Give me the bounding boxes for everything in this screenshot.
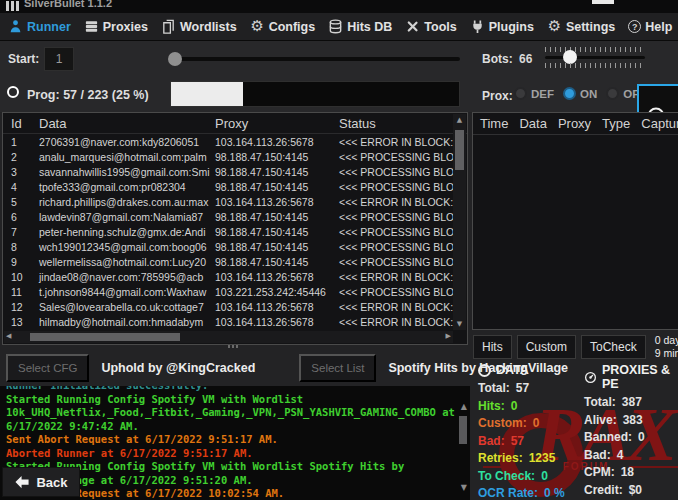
bots-slider[interactable] xyxy=(545,56,645,59)
cell-status: <<< ERROR IN BLOCK: R xyxy=(335,316,453,328)
table-row[interactable]: 11 t.johnson9844@gmail.com:Waxhaw 103.22… xyxy=(3,284,467,299)
start-input[interactable]: 1 xyxy=(44,47,74,71)
stat-value: $0 xyxy=(629,483,642,497)
menu-item-plugins[interactable]: Plugins xyxy=(470,19,534,34)
proxies-stats: PROXIES & PE Total: 387 Alive: 383 Ba xyxy=(584,363,678,500)
stat-value: 0 xyxy=(511,399,518,413)
cell-data: 2706391@naver.com:kdy8206051 xyxy=(33,136,211,148)
table-row[interactable]: 10 jindae08@naver.com:785995@acb 103.164… xyxy=(3,269,467,284)
select-list-button[interactable]: Select List xyxy=(299,354,376,382)
tab-hits[interactable]: Hits xyxy=(473,335,512,359)
back-button[interactable]: Back xyxy=(2,467,80,497)
stat-label: To Check: xyxy=(478,469,535,483)
col-header-data[interactable]: Data xyxy=(519,116,546,131)
scroll-down-icon[interactable]: ▼ xyxy=(453,320,466,328)
log-scroll-down-icon[interactable]: ▼ xyxy=(461,483,467,492)
menu-item-wordlists[interactable]: Wordlists xyxy=(161,19,237,34)
proxy-mode-on[interactable]: ON xyxy=(563,87,597,100)
cell-proxy: 98.188.47.150:4145 xyxy=(211,241,335,253)
table-row[interactable]: 3 savannahwillis1995@gmail.com:Smi 98.18… xyxy=(3,164,467,179)
cell-id: 4 xyxy=(3,181,33,193)
menu-item-proxies[interactable]: Proxies xyxy=(84,19,148,34)
stat-row: Hits: 0 xyxy=(478,399,580,413)
cell-id: 5 xyxy=(3,196,33,208)
stat-label: Total: xyxy=(478,381,510,395)
table-row[interactable]: 2 analu_marquesi@hotmail.com:palm 98.188… xyxy=(3,149,467,164)
cell-status: <<< PROCESSING BLOCK xyxy=(335,211,453,223)
data-ring-icon xyxy=(478,364,491,377)
col-header-time[interactable]: Time xyxy=(480,116,508,131)
log-scroll-up-icon[interactable]: ▲ xyxy=(461,402,467,411)
col-header-proxy[interactable]: Proxy xyxy=(558,116,591,131)
data-stats-header: DATA xyxy=(478,363,580,377)
cell-id: 10 xyxy=(3,271,33,283)
radio-icon xyxy=(563,87,576,100)
menu-item-configs[interactable]: ⚙ Configs xyxy=(250,19,316,34)
table-row[interactable]: 7 peter-henning.schulz@gmx.de:Andi 98.18… xyxy=(3,224,467,239)
table-row[interactable]: 5 richard.phillips@drakes.com.au:max 103… xyxy=(3,194,467,209)
cell-id: 11 xyxy=(3,286,33,298)
col-header-id[interactable]: Id xyxy=(3,116,33,131)
menu-item-label: Tools xyxy=(424,20,456,34)
scroll-left-icon[interactable]: ◀ xyxy=(6,332,11,340)
bots-slider-thumb[interactable] xyxy=(563,50,577,64)
select-cfg-button[interactable]: Select CFG xyxy=(6,354,89,382)
scroll-up-icon[interactable]: ▲ xyxy=(453,116,466,124)
tab-custom[interactable]: Custom xyxy=(517,335,576,359)
menu-item-runner[interactable]: Runner xyxy=(8,19,71,34)
table-row[interactable]: 8 wch199012345@gmail.com:boog06 98.188.4… xyxy=(3,239,467,254)
radio-label: ON xyxy=(580,88,597,100)
col-header-status[interactable]: Status xyxy=(335,116,453,131)
stat-label: CPM: xyxy=(584,465,615,479)
scroll-right-icon[interactable]: ▶ xyxy=(446,332,451,340)
menu-item-hits-db[interactable]: Hits DB xyxy=(328,19,392,34)
stat-row: Total: 387 xyxy=(584,395,678,409)
col-header-type[interactable]: Type xyxy=(602,116,630,131)
proxy-mode-def[interactable]: DEF xyxy=(514,87,554,100)
menu-bar: Runner Proxies Wordlists ⚙ Configs Hits … xyxy=(0,13,678,41)
minimize-button[interactable] xyxy=(592,0,614,4)
table-row[interactable]: 9 wellermelissa@hotmail.com:Lucy20 98.18… xyxy=(3,254,467,269)
col-header-proxy[interactable]: Proxy xyxy=(211,116,335,131)
horizontal-scrollbar[interactable]: ◀ ▶ xyxy=(4,331,453,343)
cell-status: <<< PROCESSING BLOCK xyxy=(335,181,453,193)
cell-proxy: 103.164.113.26:5678 xyxy=(211,316,335,328)
stat-label: Credit: xyxy=(584,483,623,497)
vertical-scrollbar-thumb[interactable] xyxy=(455,130,464,170)
table-row[interactable]: 6 lawdevin87@gmail.com:Nalamia87 98.188.… xyxy=(3,209,467,224)
radio-icon xyxy=(606,87,619,100)
splitter-grip[interactable] xyxy=(228,345,238,348)
stat-label: Bad: xyxy=(478,434,505,448)
stat-label: Retries: xyxy=(478,451,523,465)
menu-item-tools[interactable]: Tools xyxy=(405,19,456,34)
start-label: Start: xyxy=(8,52,39,66)
start-slider[interactable] xyxy=(170,57,460,61)
horizontal-scrollbar-thumb[interactable] xyxy=(30,333,180,341)
table-row[interactable]: 12 Sales@lovearabella.co.uk:cottage7 103… xyxy=(3,299,467,314)
cell-proxy: 98.188.47.150:4145 xyxy=(211,181,335,193)
vertical-scrollbar[interactable]: ▲ ▼ xyxy=(453,114,466,330)
menu-item-help[interactable]: ? Help xyxy=(628,20,672,34)
cell-id: 8 xyxy=(3,241,33,253)
table-row[interactable]: 1 2706391@naver.com:kdy8206051 103.164.1… xyxy=(3,134,467,149)
cell-proxy: 98.188.47.150:4145 xyxy=(211,151,335,163)
stat-value: 18 xyxy=(621,465,634,479)
runner-timer: 0 days 00 : 0 9 minutes left xyxy=(655,334,678,360)
cell-id: 7 xyxy=(3,226,33,238)
stat-value: 57 xyxy=(516,381,529,395)
cell-data: Sales@lovearabella.co.uk:cottage7 xyxy=(33,301,211,313)
stat-label: Bad: xyxy=(584,448,611,462)
cell-status: <<< ERROR IN BLOCK: R xyxy=(335,271,453,283)
menu-item-settings[interactable]: ⚙ Settings xyxy=(547,19,615,34)
col-header-data[interactable]: Data xyxy=(33,116,211,131)
proxy-mode-radios: DEF ON OFF xyxy=(514,87,646,100)
cell-proxy: 98.188.47.150:4145 xyxy=(211,166,335,178)
table-row[interactable]: 4 tpofe333@gmail.com:pr082304 98.188.47.… xyxy=(3,179,467,194)
tab-tocheck[interactable]: ToCheck xyxy=(581,335,646,359)
table-row[interactable]: 13 hilmadby@hotmail.com:hmadabym 103.164… xyxy=(3,314,467,329)
start-slider-thumb[interactable] xyxy=(168,52,182,66)
stat-value: 0 xyxy=(638,430,645,444)
col-header-capture[interactable]: Capture xyxy=(641,116,678,131)
log-scrollbar-thumb[interactable] xyxy=(459,416,467,444)
proxies-icon xyxy=(84,19,99,34)
